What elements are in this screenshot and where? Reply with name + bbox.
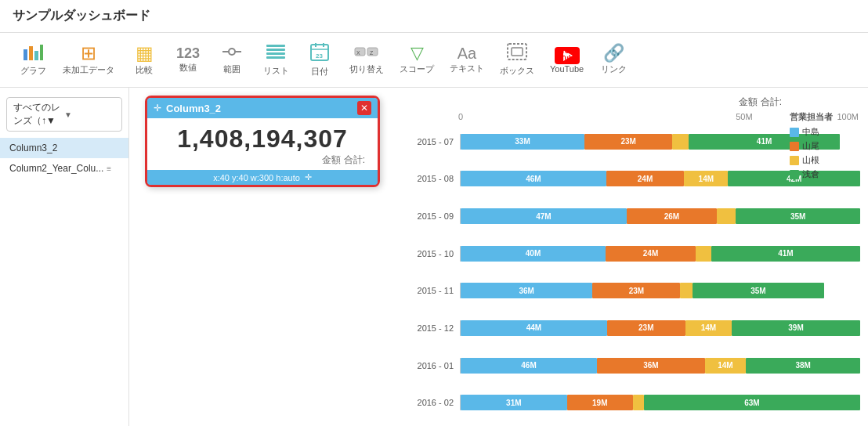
legend-label: 浅倉 bbox=[802, 168, 819, 180]
toolbar-item-number[interactable]: 123 数値 bbox=[168, 43, 208, 77]
bar-segment bbox=[717, 208, 736, 224]
lens-dropdown-arrow: ▼ bbox=[64, 110, 115, 119]
bar-row-label: 2015 - 08 bbox=[396, 174, 458, 183]
bar-row-label: 2015 - 12 bbox=[396, 323, 458, 333]
bar-row-label: 2015 - 11 bbox=[396, 286, 458, 295]
legend-item: 浅倉 bbox=[790, 168, 860, 180]
toolbar: グラフ ⊞ 未加工データ ▦ 比較 123 数値 範囲 bbox=[0, 33, 868, 88]
bar-segment: 44M bbox=[461, 320, 607, 336]
link-icon: 🔗 bbox=[603, 45, 624, 62]
floating-widget[interactable]: ✛ Column3_2 ✕ 1,408,194,307 金額 合計: x:40 … bbox=[145, 96, 380, 187]
youtube-icon: YouTube bbox=[555, 47, 580, 64]
chart-bar-row: 2015 - 1244M23M14M39M bbox=[396, 319, 860, 338]
sidebar-item-label-column2-year: Column2_Year_Colu... bbox=[9, 163, 103, 174]
bar-segment: 63M bbox=[644, 395, 860, 410]
chart-container: 金額 合計: 0 50M 100M 2015 - 0733M23M41M2015… bbox=[396, 96, 860, 421]
svg-point-6 bbox=[230, 49, 234, 54]
bar-segment: 23M bbox=[592, 283, 680, 298]
list-icon bbox=[266, 43, 286, 63]
toolbar-label-compare: 比較 bbox=[136, 64, 153, 76]
legend-dot bbox=[790, 156, 799, 165]
bar-segments-wrap: 46M36M14M38M bbox=[460, 358, 860, 374]
bar-segments-wrap: 36M23M35M bbox=[460, 283, 860, 298]
toolbar-label-scope: スコープ bbox=[400, 63, 434, 75]
bar-segment: 31M bbox=[461, 395, 567, 410]
toolbar-item-link[interactable]: 🔗 リンク bbox=[593, 42, 634, 78]
bar-segment: 24M bbox=[606, 171, 684, 186]
widget-resize-bar[interactable]: x:40 y:40 w:300 h:auto ✛ bbox=[147, 170, 378, 185]
widget-close-button[interactable]: ✕ bbox=[357, 101, 371, 115]
chart-bar-row: 2015 - 1040M24M41M bbox=[396, 244, 860, 263]
toolbar-item-scope[interactable]: ▽ スコープ bbox=[393, 42, 440, 78]
lens-label: すべてのレンズ（↑▼ bbox=[13, 101, 64, 128]
main-area: すべてのレンズ（↑▼ ▼ Column3_2 Column2_Year_Colu… bbox=[0, 88, 868, 426]
widget-value: 1,408,194,307 bbox=[157, 125, 368, 153]
title-bar: サンプルダッシュボード bbox=[0, 0, 868, 33]
box-icon bbox=[507, 43, 527, 63]
number-icon: 123 bbox=[176, 46, 200, 60]
raw-data-icon: ⊞ bbox=[81, 44, 96, 63]
compare-icon: ▦ bbox=[136, 44, 154, 63]
svg-rect-20 bbox=[508, 44, 526, 60]
toolbar-item-date[interactable]: 23 日付 bbox=[299, 39, 340, 81]
toolbar-item-toggle[interactable]: X Z 切り替え bbox=[343, 42, 390, 78]
legend-item: 山尾 bbox=[790, 140, 860, 152]
toolbar-item-box[interactable]: ボックス bbox=[494, 40, 541, 80]
widget-move-icon[interactable]: ✛ bbox=[154, 103, 161, 114]
legend-title: 営業担当者 bbox=[790, 111, 860, 123]
toolbar-item-range[interactable]: 範囲 bbox=[212, 42, 252, 78]
lens-selector[interactable]: すべてのレンズ（↑▼ ▼ bbox=[6, 97, 122, 132]
toolbar-label-raw-data: 未加工データ bbox=[63, 64, 114, 76]
bar-segment: 19M bbox=[567, 395, 633, 410]
toolbar-item-text[interactable]: Aa テキスト bbox=[443, 42, 490, 78]
svg-rect-10 bbox=[266, 56, 285, 59]
legend-dot bbox=[790, 142, 799, 151]
svg-rect-7 bbox=[266, 45, 285, 47]
svg-rect-2 bbox=[34, 51, 38, 60]
widget-resize-icon[interactable]: ✛ bbox=[305, 172, 312, 182]
toolbar-label-range: 範囲 bbox=[223, 63, 241, 75]
bar-segments-wrap: 47M26M35M bbox=[460, 208, 860, 224]
bar-segments-wrap: 40M24M41M bbox=[460, 246, 860, 262]
bar-segment bbox=[672, 134, 688, 150]
toolbar-item-graph[interactable]: グラフ bbox=[13, 40, 53, 80]
chart-bar-row: 2015 - 1136M23M35M bbox=[396, 281, 860, 300]
bar-segment: 26M bbox=[627, 208, 717, 224]
chart-bar-row: 2015 - 0947M26M35M bbox=[396, 207, 860, 226]
svg-rect-3 bbox=[40, 45, 43, 60]
x-label-50m: 50M bbox=[458, 112, 837, 121]
toggle-icon: X Z bbox=[354, 45, 379, 62]
bar-segment: 14M bbox=[705, 358, 747, 374]
toolbar-item-raw-data[interactable]: ⊞ 未加工データ bbox=[56, 41, 121, 79]
sidebar-item-column2-year[interactable]: Column2_Year_Colu... ≡ bbox=[0, 158, 128, 179]
bar-segment: 46M bbox=[461, 171, 606, 186]
toolbar-item-compare[interactable]: ▦ 比較 bbox=[124, 41, 165, 79]
chart-bar-row: 2016 - 0231M19M63M bbox=[396, 393, 860, 412]
bar-segment bbox=[633, 395, 644, 410]
widget-title: Column3_2 bbox=[166, 103, 353, 114]
svg-text:Z: Z bbox=[370, 50, 374, 56]
bar-segment: 24M bbox=[606, 246, 696, 262]
bar-segments-wrap: 44M23M14M39M bbox=[460, 320, 860, 336]
bar-segment bbox=[680, 283, 692, 298]
bar-segment: 41M bbox=[711, 246, 860, 262]
toolbar-label-toggle: 切り替え bbox=[349, 63, 384, 75]
bar-segment: 38M bbox=[746, 358, 860, 374]
bar-segment: 39M bbox=[732, 320, 860, 336]
toolbar-item-youtube[interactable]: YouTube YouTube bbox=[544, 44, 590, 77]
content-area: ✛ Column3_2 ✕ 1,408,194,307 金額 合計: x:40 … bbox=[129, 88, 868, 426]
sidebar-item-icon-column2-year: ≡ bbox=[107, 164, 111, 173]
bar-segment: 33M bbox=[461, 134, 584, 150]
sidebar-item-column3-2[interactable]: Column3_2 bbox=[0, 138, 128, 158]
svg-rect-9 bbox=[266, 52, 285, 55]
chart-title: 金額 合計: bbox=[396, 96, 860, 109]
toolbar-item-list[interactable]: リスト bbox=[255, 40, 296, 80]
toolbar-label-youtube: YouTube bbox=[550, 64, 584, 74]
bar-segment: 35M bbox=[693, 283, 824, 298]
legend-label: 中島 bbox=[802, 126, 819, 138]
bar-segment: 14M bbox=[684, 171, 728, 186]
bar-segment bbox=[696, 246, 711, 262]
graph-icon bbox=[23, 43, 43, 63]
bar-row-label: 2015 - 09 bbox=[396, 211, 458, 221]
page-title: サンプルダッシュボード bbox=[13, 9, 150, 22]
